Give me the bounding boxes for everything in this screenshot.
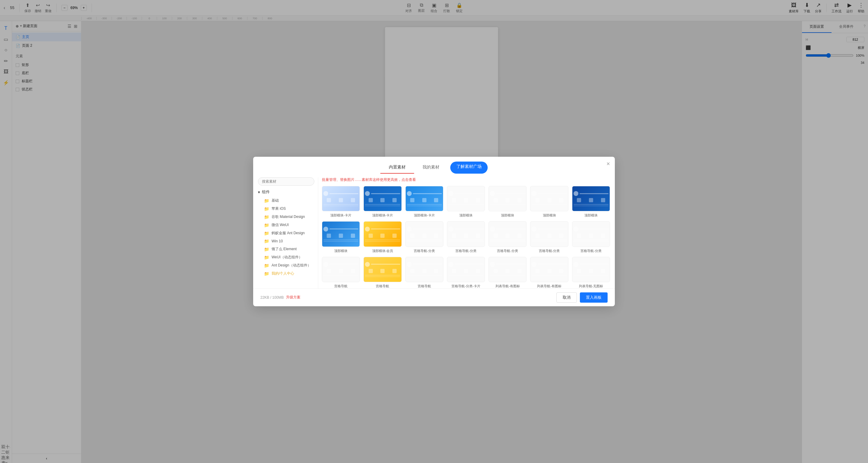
preview-header-row xyxy=(490,191,525,196)
preview-line-2 xyxy=(407,240,442,240)
preview-content xyxy=(489,225,526,243)
modal-close-button[interactable]: × xyxy=(607,160,610,167)
tab-explore-market[interactable]: 了解素材广场 xyxy=(450,161,488,174)
preview-icon-1 xyxy=(410,269,414,273)
modal-overlay[interactable]: 内置素材 我的素材 了解素材广场 × ▾ 组件 📁基础📁苹果 iOS📁谷歌 Ma… xyxy=(0,0,868,463)
category-item[interactable]: 📁谷歌 Material Design xyxy=(258,213,314,221)
preview-line-1 xyxy=(496,228,525,229)
preview-icons-row xyxy=(574,234,609,238)
category-item[interactable]: 📁基础 xyxy=(258,196,314,205)
category-item[interactable]: 📁饿了么 Element xyxy=(258,245,314,253)
category-item[interactable]: 📁微信 WeUI xyxy=(258,221,314,229)
preview-line-1 xyxy=(580,228,609,229)
asset-grid-item[interactable]: 顶部模块 xyxy=(322,221,360,253)
asset-grid-item[interactable]: 宫格导航-分类-卡片 xyxy=(447,257,485,288)
modal-category: ▾ 组件 📁基础📁苹果 iOS📁谷歌 Material Design📁微信 We… xyxy=(258,189,314,278)
category-item[interactable]: 📁Win 10 xyxy=(258,237,314,245)
preview-icons-row xyxy=(490,269,525,273)
preview-line-1 xyxy=(330,228,358,229)
preview-header-row xyxy=(532,262,567,267)
asset-preview xyxy=(364,186,401,211)
preview-line-2 xyxy=(490,204,525,205)
asset-grid-item[interactable]: 顶部模块-卡片 xyxy=(322,186,360,218)
asset-grid-item[interactable]: 宫格导航-分类 xyxy=(530,221,568,253)
search-input[interactable] xyxy=(258,177,314,186)
asset-grid-item[interactable]: 顶部模块 xyxy=(572,186,610,218)
preview-icons-row xyxy=(574,198,609,202)
preview-line-1 xyxy=(496,264,525,265)
category-item[interactable]: 📁我的/个人中心 xyxy=(258,270,314,278)
preview-icon-2 xyxy=(464,269,468,273)
asset-grid-item[interactable]: 宫格导航 xyxy=(364,257,401,288)
preview-icons-row xyxy=(323,269,358,273)
preview-header-row xyxy=(490,262,525,267)
preview-line-2 xyxy=(532,275,567,276)
asset-grid-item[interactable]: 宫格导航 xyxy=(322,257,360,288)
asset-preview xyxy=(489,221,527,247)
asset-preview xyxy=(572,257,610,282)
preview-header-row xyxy=(448,227,484,232)
cancel-button[interactable]: 取消 xyxy=(556,292,577,303)
preview-line-3 xyxy=(532,206,567,206)
preview-line-3 xyxy=(490,206,525,206)
preview-line-1 xyxy=(413,264,442,265)
asset-grid-item[interactable]: 宫格导航-分类 xyxy=(572,221,610,253)
category-header-components[interactable]: ▾ 组件 xyxy=(258,189,314,195)
preview-icon-2 xyxy=(505,269,510,273)
asset-preview xyxy=(530,221,568,247)
asset-grid-item[interactable]: 顶部模块-会员 xyxy=(364,221,401,253)
preview-icon-2 xyxy=(339,269,343,273)
preview-line-3 xyxy=(574,241,609,242)
preview-avatar xyxy=(365,227,370,232)
footer-buttons: 取消 置入画板 xyxy=(556,292,608,303)
asset-grid-item[interactable]: 列表导航-有图标 xyxy=(530,257,568,288)
preview-icons-row xyxy=(365,269,400,273)
preview-icon-3 xyxy=(559,198,563,202)
asset-preview xyxy=(447,186,485,211)
category-item[interactable]: 📁苹果 iOS xyxy=(258,205,314,213)
folder-icon: 📁 xyxy=(264,239,269,244)
category-item[interactable]: 📁WeUI（动态组件） xyxy=(258,253,314,261)
preview-icons-row xyxy=(365,234,400,238)
category-item[interactable]: 📁蚂蚁金服 Ant Design xyxy=(258,229,314,237)
preview-header-row xyxy=(490,227,525,232)
asset-grid-item[interactable]: 宫格导航 xyxy=(405,257,443,288)
preview-icon-1 xyxy=(452,269,456,273)
asset-grid-item[interactable]: 顶部模块-卡片 xyxy=(405,186,443,218)
category-label: Ant Design（动态组件） xyxy=(272,263,311,268)
upgrade-button[interactable]: 升级方案 xyxy=(286,295,301,300)
preview-line-1 xyxy=(371,228,400,229)
asset-grid-item[interactable]: 列表导航-有图标 xyxy=(489,257,527,288)
asset-grid-item[interactable]: 宫格导航-分类 xyxy=(447,221,485,253)
modal-body: ▾ 组件 📁基础📁苹果 iOS📁谷歌 Material Design📁微信 We… xyxy=(253,174,615,288)
preview-icon-2 xyxy=(339,234,343,238)
preview-header-row xyxy=(448,191,484,196)
preview-icon-3 xyxy=(393,198,397,202)
asset-grid-item[interactable]: 顶部模块-卡片 xyxy=(364,186,401,218)
tab-builtin-assets[interactable]: 内置素材 xyxy=(380,161,414,174)
preview-line-1 xyxy=(580,193,609,194)
preview-line-2 xyxy=(365,204,400,205)
asset-grid-item[interactable]: 宫格导航-分类 xyxy=(405,221,443,253)
asset-grid-item[interactable]: 顶部模块 xyxy=(530,186,568,218)
asset-label: 顶部模块 xyxy=(584,213,598,218)
preview-line-3 xyxy=(490,241,525,242)
asset-grid-item[interactable]: 宫格导航-分类 xyxy=(489,221,527,253)
preview-content xyxy=(530,225,568,243)
promo-text[interactable]: 批量管理、替换图片……素材库这样使用更高效，点击查看 xyxy=(322,177,610,182)
asset-grid-item[interactable]: 列表导航-无图标 xyxy=(572,257,610,288)
asset-grid-item[interactable]: 顶部模块 xyxy=(447,186,485,218)
category-item[interactable]: 📁Ant Design（动态组件） xyxy=(258,261,314,270)
preview-line-3 xyxy=(323,241,358,242)
tab-my-assets[interactable]: 我的素材 xyxy=(414,161,448,174)
asset-grid-item[interactable]: 顶部模块 xyxy=(489,186,527,218)
preview-icon-2 xyxy=(380,198,384,202)
promo-link[interactable]: 点击查看 xyxy=(401,178,416,182)
category-label: 苹果 iOS xyxy=(272,206,286,211)
preview-line-2 xyxy=(490,240,525,240)
asset-label: 列表导航-有图标 xyxy=(495,284,520,288)
preview-icon-3 xyxy=(351,198,355,202)
preview-icons-row xyxy=(490,198,525,202)
confirm-button[interactable]: 置入画板 xyxy=(580,292,608,303)
category-label: 我的/个人中心 xyxy=(272,271,294,276)
